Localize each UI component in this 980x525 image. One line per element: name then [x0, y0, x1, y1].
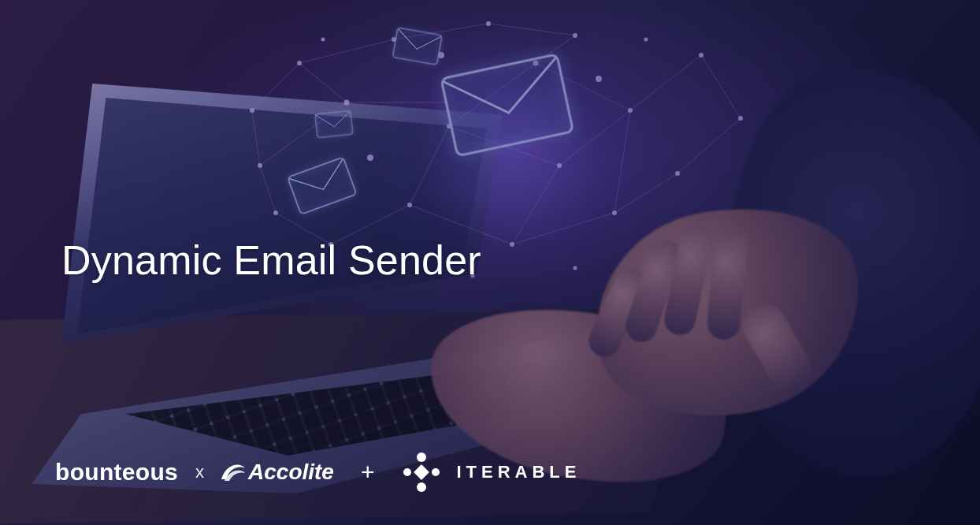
headline-text: Dynamic Email Sender [61, 236, 481, 284]
accolite-swoosh-icon [220, 460, 247, 484]
svg-point-56 [417, 482, 426, 492]
svg-point-58 [432, 468, 440, 476]
svg-rect-59 [414, 464, 430, 480]
svg-point-55 [417, 452, 426, 462]
x-separator: x [195, 462, 204, 482]
logo-row: bounteous x Accolite + ITERABLE [55, 451, 581, 493]
iterable-mark-icon [401, 452, 442, 493]
iterable-text: ITERABLE [456, 462, 581, 482]
hero-graphic: Dynamic Email Sender bounteous x Accolit… [0, 0, 980, 525]
svg-point-57 [403, 468, 411, 476]
plus-separator: + [361, 459, 375, 486]
bounteous-logo: bounteous [55, 459, 178, 486]
accolite-text: Accolite [248, 460, 334, 485]
accolite-logo: Accolite [220, 460, 334, 485]
iterable-logo: ITERABLE [401, 452, 581, 493]
